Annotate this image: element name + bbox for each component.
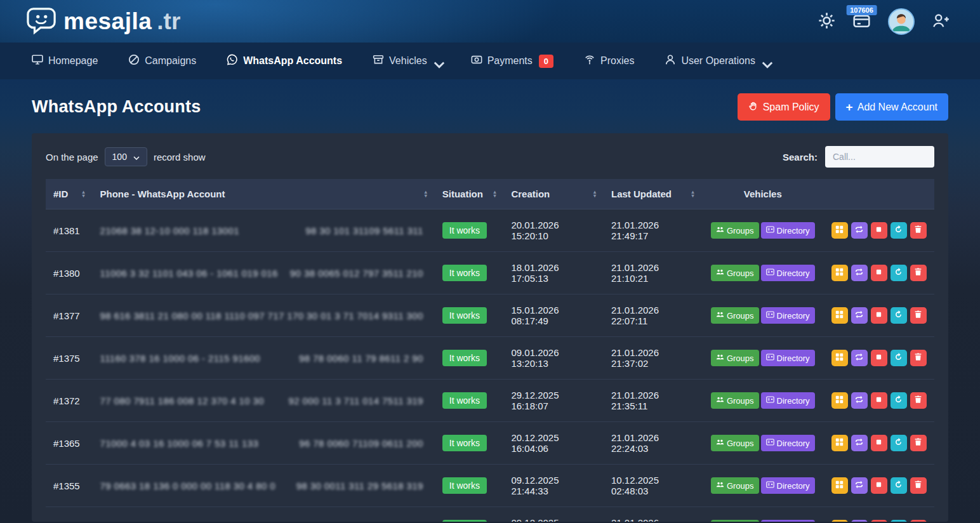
nav-item-payments[interactable]: Payments 0 xyxy=(471,54,553,68)
column-header-creation[interactable]: Creation ▴▾ xyxy=(503,179,604,209)
nav-item-homepage[interactable]: Homepage xyxy=(32,54,98,68)
directory-label: Directory xyxy=(777,396,810,406)
settings-button[interactable] xyxy=(818,12,835,31)
directory-button[interactable]: Directory xyxy=(761,307,815,324)
payments-count-badge: 0 xyxy=(539,55,553,68)
stop-button[interactable] xyxy=(871,477,887,494)
qr-code-button[interactable] xyxy=(831,265,848,281)
directory-button[interactable]: Directory xyxy=(761,392,815,409)
directory-button[interactable]: Directory xyxy=(761,520,815,522)
account-creation: 09.12.2025 17:43:43 xyxy=(503,507,604,522)
delete-button[interactable] xyxy=(910,350,927,366)
sync-button[interactable] xyxy=(851,435,868,451)
add-new-account-button[interactable]: + Add New Account xyxy=(835,93,948,121)
contact-card-icon xyxy=(766,480,774,491)
refresh-button[interactable] xyxy=(891,222,907,239)
nav-label: User Operations xyxy=(681,55,755,67)
qr-code-button[interactable] xyxy=(831,222,848,239)
qr-code-button[interactable] xyxy=(831,307,848,324)
column-header-id[interactable]: #ID ▴▾ xyxy=(46,179,93,209)
accounts-card: On the page 100 record show Search: #ID xyxy=(32,133,948,522)
qr-code-button[interactable] xyxy=(831,520,848,522)
brand-logo[interactable]: mesajla.tr xyxy=(25,6,180,37)
account-actions xyxy=(824,337,934,380)
phone-primary: 79 0663 18 136 0 000 00 118 30 4 80 0 xyxy=(100,480,275,491)
stop-button[interactable] xyxy=(871,520,887,522)
status-badge: It works xyxy=(442,350,487,366)
delete-button[interactable] xyxy=(910,307,927,324)
stop-button[interactable] xyxy=(871,307,887,324)
refresh-button[interactable] xyxy=(891,350,907,366)
groups-button[interactable]: Groups xyxy=(711,477,759,494)
column-header-phone[interactable]: Phone - WhatsApp Account ▴▾ xyxy=(93,179,435,209)
add-new-account-label: Add New Account xyxy=(858,102,937,113)
groups-button[interactable]: Groups xyxy=(711,265,759,281)
account-last-updated: 21.01.2026 21:49:17 xyxy=(604,209,702,252)
stop-button[interactable] xyxy=(871,350,887,366)
sync-button[interactable] xyxy=(851,520,868,522)
refresh-button[interactable] xyxy=(891,520,907,522)
directory-button[interactable]: Directory xyxy=(761,222,815,239)
search-input[interactable] xyxy=(825,146,934,168)
delete-button[interactable] xyxy=(910,520,927,522)
column-header-situation[interactable]: Situation ▴▾ xyxy=(435,179,504,209)
groups-button[interactable]: Groups xyxy=(711,435,759,451)
delete-button[interactable] xyxy=(910,222,927,239)
refresh-button[interactable] xyxy=(891,392,907,409)
directory-button[interactable]: Directory xyxy=(761,477,815,494)
stop-button[interactable] xyxy=(871,265,887,281)
phone-primary: 98 616 3811 21 080 00 118 1110 097 717 1 xyxy=(100,310,293,321)
user-management-button[interactable] xyxy=(932,12,950,31)
status-badge: It works xyxy=(442,222,487,239)
groups-button[interactable]: Groups xyxy=(711,350,759,366)
delete-button[interactable] xyxy=(910,435,927,451)
sync-icon xyxy=(855,225,863,235)
account-situation: It works xyxy=(435,380,504,422)
stop-button[interactable] xyxy=(871,392,887,409)
phone-secondary: 96 78 0060 71109 0611 200 xyxy=(299,438,423,449)
nav-item-campaigns[interactable]: Campaigns xyxy=(128,54,196,68)
sync-button[interactable] xyxy=(851,392,868,409)
avatar[interactable] xyxy=(888,8,915,35)
spam-policy-button[interactable]: Spam Policy xyxy=(738,93,830,121)
refresh-button[interactable] xyxy=(891,435,907,451)
qr-code-button[interactable] xyxy=(831,350,848,366)
directory-label: Directory xyxy=(777,226,810,235)
refresh-button[interactable] xyxy=(891,307,907,324)
sync-button[interactable] xyxy=(851,222,868,239)
trash-icon xyxy=(914,353,922,363)
qr-code-button[interactable] xyxy=(831,435,848,451)
stop-button[interactable] xyxy=(871,435,887,451)
account-last-updated: 21.01.2026 21:30:40 xyxy=(604,507,702,522)
nav-item-user-operations[interactable]: User Operations xyxy=(665,54,769,68)
nav-item-whatsapp-accounts[interactable]: WhatsApp Accounts xyxy=(227,54,342,68)
sync-button[interactable] xyxy=(851,477,868,494)
refresh-button[interactable] xyxy=(891,477,907,494)
delete-button[interactable] xyxy=(910,265,927,281)
column-header-last-updated[interactable]: Last Updated ▴▾ xyxy=(604,179,702,209)
directory-button[interactable]: Directory xyxy=(761,350,815,366)
nav-item-vehicles[interactable]: Vehicles xyxy=(373,54,440,68)
qr-code-button[interactable] xyxy=(831,392,848,409)
page-size-select[interactable]: 100 xyxy=(105,147,147,166)
groups-button[interactable]: Groups xyxy=(711,307,759,324)
sync-icon xyxy=(855,438,863,448)
directory-button[interactable]: Directory xyxy=(761,265,815,281)
sync-icon xyxy=(855,353,863,363)
nav-item-proxies[interactable]: Proxies xyxy=(584,54,634,68)
refresh-button[interactable] xyxy=(891,265,907,281)
groups-button[interactable]: Groups xyxy=(711,392,759,409)
spam-policy-label: Spam Policy xyxy=(763,102,819,113)
account-creation: 09.12.2025 21:44:33 xyxy=(503,465,604,507)
groups-button[interactable]: Groups xyxy=(711,520,759,522)
sync-button[interactable] xyxy=(851,265,868,281)
sync-button[interactable] xyxy=(851,350,868,366)
groups-button[interactable]: Groups xyxy=(711,222,759,239)
sync-button[interactable] xyxy=(851,307,868,324)
directory-button[interactable]: Directory xyxy=(761,435,815,451)
delete-button[interactable] xyxy=(910,392,927,409)
stop-button[interactable] xyxy=(871,222,887,239)
qr-code-button[interactable] xyxy=(831,477,848,494)
account-last-updated: 21.01.2026 21:35:11 xyxy=(604,380,702,422)
delete-button[interactable] xyxy=(910,477,927,494)
